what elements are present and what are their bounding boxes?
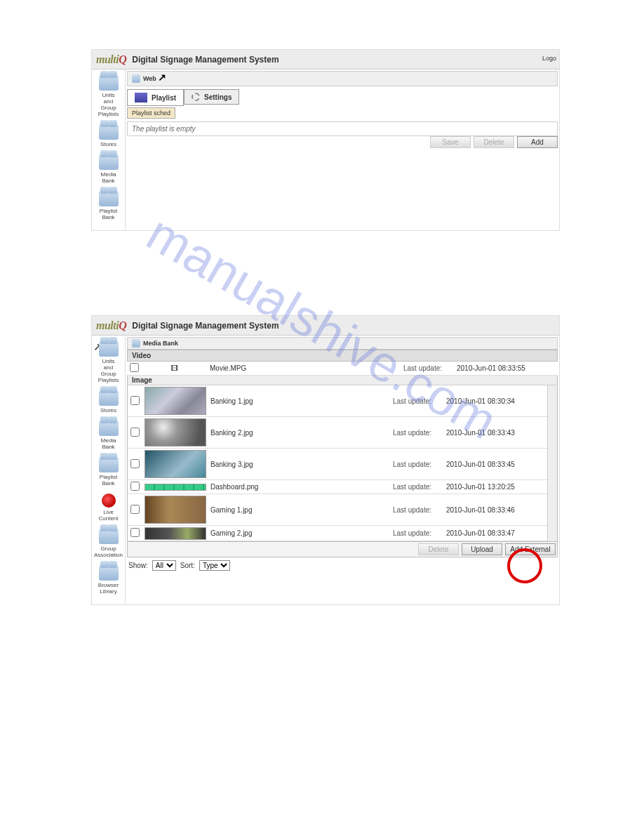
- playlist-icon: [135, 93, 147, 102]
- stores-icon: [99, 390, 119, 406]
- media-thumbnail: [145, 450, 206, 478]
- delete-button[interactable]: Delete: [474, 136, 514, 148]
- app-header: multiQ Digital Signage Management System: [92, 316, 559, 336]
- media-date: 2010-Jun-01 08:30:34: [446, 397, 544, 405]
- playlist-empty-message: The playlist is empty: [127, 121, 558, 136]
- playlist-bank-icon: [99, 191, 119, 206]
- row-checkbox[interactable]: [130, 505, 140, 514]
- units-icon: [99, 341, 119, 357]
- media-date: 2010-Jun-01 08:33:45: [446, 461, 544, 468]
- delete-button[interactable]: Delete: [418, 543, 459, 555]
- media-bank-icon: [99, 154, 119, 170]
- breadcrumb: Web: [127, 71, 558, 86]
- section-header-video: Video: [127, 350, 558, 362]
- media-row[interactable]: Banking 2.jpg Last update: 2010-Jun-01 0…: [128, 417, 547, 449]
- sidebar-item-units[interactable]: Units and Group Playlists: [93, 341, 123, 383]
- media-bank-icon: [132, 339, 140, 348]
- media-row[interactable]: Gaming 2.jpg Last update: 2010-Jun-01 08…: [128, 526, 547, 541]
- breadcrumb-label: Web: [143, 75, 156, 82]
- sidebar: Units and Group Playlists Stores Media B…: [92, 70, 126, 230]
- last-update-label: Last update:: [393, 506, 442, 514]
- media-thumbnail: [145, 387, 206, 415]
- media-filename: Gaming 1.jpg: [210, 506, 389, 514]
- media-filename: Dashboard.png: [210, 483, 389, 491]
- media-thumbnail: [145, 418, 206, 446]
- scrollbar[interactable]: [547, 385, 557, 541]
- main-panel: Web Playlist Settings Playlist sched The…: [126, 70, 559, 230]
- sidebar-item-browser-library[interactable]: Browser Library: [93, 565, 123, 595]
- breadcrumb: Media Bank: [127, 337, 558, 350]
- brand-logo: multiQ: [96, 53, 126, 66]
- upload-button[interactable]: Upload: [462, 543, 502, 555]
- tab-settings[interactable]: Settings: [184, 89, 239, 105]
- media-filename: Banking 1.jpg: [210, 397, 389, 405]
- media-row[interactable]: Banking 1.jpg Last update: 2010-Jun-01 0…: [128, 385, 547, 417]
- app-title: Digital Signage Management System: [132, 321, 279, 331]
- show-label: Show:: [128, 562, 148, 569]
- media-date: 2010-Jun-01 08:33:46: [446, 506, 544, 514]
- video-file-icon: 🎞: [144, 364, 206, 372]
- group-association-icon: [99, 529, 119, 544]
- last-update-label: Last update:: [393, 483, 442, 491]
- sidebar-item-stores[interactable]: Stores: [93, 124, 123, 147]
- save-button[interactable]: Save: [430, 136, 471, 148]
- media-row[interactable]: Dashboard.png Last update: 2010-Jun-01 1…: [128, 480, 547, 494]
- main-panel: Media Bank Video 🎞 Movie.MPG Last update…: [126, 336, 559, 604]
- browser-library-icon: [99, 565, 119, 581]
- sidebar-item-stores[interactable]: Stores: [93, 390, 123, 413]
- row-checkbox[interactable]: [130, 396, 140, 405]
- last-update-label: Last update:: [393, 529, 442, 537]
- sidebar-item-media-bank[interactable]: Media Bank: [93, 421, 123, 450]
- sidebar-item-units[interactable]: Units and Group Playlists: [93, 75, 123, 117]
- screenshot-playlist: multiQ Digital Signage Management System…: [91, 49, 560, 231]
- units-icon: [99, 75, 119, 91]
- breadcrumb-label: Media Bank: [143, 340, 178, 347]
- filter-row: Show: All Sort: Type: [127, 557, 558, 574]
- sort-select[interactable]: Type: [199, 560, 230, 571]
- media-filename: Banking 2.jpg: [210, 429, 389, 437]
- media-list: Banking 1.jpg Last update: 2010-Jun-01 0…: [128, 385, 547, 541]
- media-thumbnail: [145, 496, 206, 524]
- last-update-label: Last update:: [393, 429, 442, 437]
- media-bank-icon: [99, 421, 119, 436]
- row-checkbox[interactable]: [130, 428, 140, 437]
- row-checkbox[interactable]: [130, 528, 140, 537]
- media-date: 2010-Jun-01 08:33:43: [446, 429, 544, 437]
- unit-icon: [132, 74, 140, 83]
- media-row[interactable]: Gaming 1.jpg Last update: 2010-Jun-01 08…: [128, 494, 547, 526]
- media-row[interactable]: 🎞 Movie.MPG Last update: 2010-Jun-01 08:…: [127, 362, 558, 376]
- sidebar-item-group-association[interactable]: Group Association: [93, 529, 123, 558]
- sidebar: Units and Group Playlists Stores Media B…: [92, 336, 126, 604]
- media-thumbnail: [145, 484, 206, 491]
- show-select[interactable]: All: [152, 560, 176, 571]
- media-date: 2010-Jun-01 08:33:47: [446, 529, 544, 537]
- sidebar-item-media-bank[interactable]: Media Bank: [93, 154, 123, 184]
- screenshot-media-bank: multiQ Digital Signage Management System…: [91, 315, 560, 605]
- last-update-label: Last update:: [403, 364, 452, 372]
- subtab-playlist-sched[interactable]: Playlist sched: [127, 107, 175, 119]
- row-checkbox[interactable]: [130, 459, 140, 468]
- media-thumbnail: [145, 527, 206, 540]
- sidebar-item-playlist-bank[interactable]: Playlist Bank: [93, 457, 123, 486]
- sidebar-item-live-content[interactable]: Live Content: [93, 494, 123, 522]
- sidebar-item-playlist-bank[interactable]: Playlist Bank: [93, 191, 123, 220]
- mouse-cursor-icon: [158, 72, 166, 83]
- media-date: 2010-Jun-01 08:33:55: [457, 364, 555, 372]
- media-row[interactable]: Banking 3.jpg Last update: 2010-Jun-01 0…: [128, 449, 547, 480]
- last-update-label: Last update:: [393, 461, 442, 468]
- stores-icon: [99, 124, 119, 140]
- add-external-button[interactable]: Add External: [505, 543, 556, 555]
- tab-playlist[interactable]: Playlist: [127, 89, 184, 106]
- gear-icon: [192, 93, 200, 101]
- app-title: Digital Signage Management System: [132, 55, 279, 65]
- brand-logo: multiQ: [96, 319, 126, 332]
- playlist-bank-icon: [99, 457, 119, 472]
- row-checkbox[interactable]: [130, 363, 139, 372]
- section-header-image: Image: [127, 376, 558, 385]
- logo-link[interactable]: Logo: [542, 55, 556, 62]
- add-button[interactable]: Add: [517, 136, 558, 148]
- row-checkbox[interactable]: [130, 482, 140, 491]
- media-filename: Movie.MPG: [210, 364, 399, 372]
- live-content-icon: [102, 494, 116, 508]
- media-filename: Gaming 2.jpg: [210, 529, 389, 537]
